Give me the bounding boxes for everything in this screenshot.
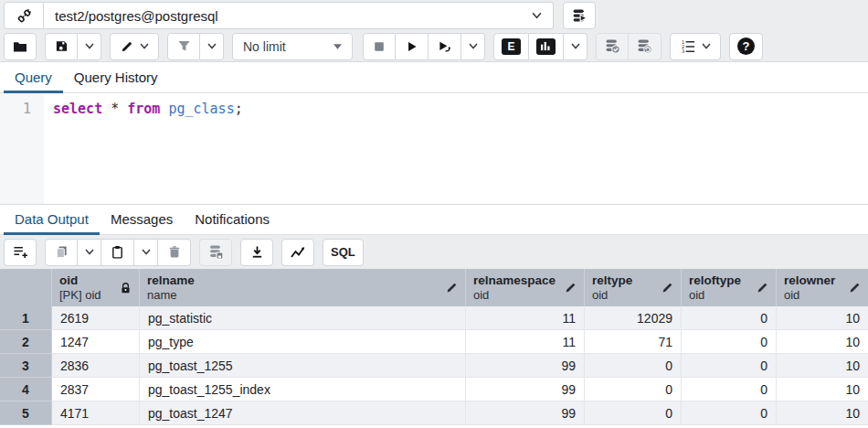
row-number[interactable]: 2 bbox=[0, 330, 52, 354]
copy-menu-button[interactable] bbox=[78, 239, 101, 266]
cell[interactable]: pg_toast_1255_index bbox=[140, 378, 466, 401]
cell[interactable]: 4171 bbox=[52, 401, 140, 425]
select-arrow-icon bbox=[333, 44, 342, 49]
tab-query[interactable]: Query bbox=[4, 63, 63, 92]
execute-to-cursor-button[interactable] bbox=[429, 33, 461, 60]
cell[interactable]: pg_statistic bbox=[140, 306, 466, 330]
table-row: 12619pg_statistic1112029010 bbox=[0, 306, 868, 330]
cell[interactable]: 0 bbox=[682, 354, 777, 378]
execute-menu-button[interactable] bbox=[461, 33, 485, 60]
chevron-down-icon bbox=[469, 43, 478, 49]
column-header-reloftype[interactable]: reloftypeoid bbox=[682, 269, 777, 306]
editor-tabs: Query Query History bbox=[0, 62, 868, 93]
connection-status-button[interactable] bbox=[4, 2, 44, 29]
row-number-header bbox=[0, 269, 52, 306]
tab-data-output[interactable]: Data Output bbox=[4, 205, 100, 234]
column-header-oid[interactable]: oid[PK] oid bbox=[52, 269, 140, 306]
execute-button[interactable] bbox=[396, 33, 429, 60]
row-limit-select[interactable]: No limit bbox=[232, 33, 353, 60]
sql-editor[interactable]: 1 select * from pg_class; bbox=[0, 93, 868, 204]
cell[interactable]: 2619 bbox=[52, 306, 140, 330]
tab-notifications[interactable]: Notifications bbox=[184, 205, 281, 234]
column-header-reltype[interactable]: reltypeoid bbox=[585, 269, 682, 306]
plug-icon bbox=[16, 8, 32, 24]
table-header-row: oid[PK] oidrelnamenamerelnamespaceoidrel… bbox=[0, 269, 868, 306]
row-number[interactable]: 5 bbox=[0, 401, 52, 425]
pencil-icon[interactable] bbox=[662, 282, 673, 294]
results-grid: oid[PK] oidrelnamenamerelnamespaceoidrel… bbox=[0, 269, 868, 425]
numbered-list-icon: 1 2 3 bbox=[681, 39, 695, 53]
cell[interactable]: 99 bbox=[466, 354, 585, 378]
add-row-button[interactable] bbox=[4, 239, 37, 266]
macros-button[interactable]: 1 2 3 bbox=[670, 33, 721, 60]
save-button[interactable] bbox=[45, 33, 78, 60]
add-row-icon bbox=[13, 245, 28, 259]
tab-messages[interactable]: Messages bbox=[100, 205, 184, 234]
cell[interactable]: pg_toast_1255 bbox=[140, 354, 466, 378]
cell[interactable]: 12029 bbox=[585, 306, 682, 330]
stop-button[interactable] bbox=[363, 33, 396, 60]
cell[interactable]: 10 bbox=[777, 354, 868, 378]
filter-menu-button[interactable] bbox=[200, 33, 224, 60]
cell[interactable]: 2837 bbox=[52, 378, 140, 401]
cell[interactable]: 2836 bbox=[52, 354, 140, 378]
cell[interactable]: 10 bbox=[777, 401, 868, 425]
code-line[interactable]: select * from pg_class; bbox=[44, 93, 243, 204]
cell[interactable]: 0 bbox=[585, 354, 682, 378]
save-menu-button[interactable] bbox=[78, 33, 101, 60]
cell[interactable]: 10 bbox=[777, 378, 868, 401]
help-button[interactable]: ? bbox=[729, 33, 763, 60]
cell[interactable]: 10 bbox=[777, 306, 868, 330]
sql-button-label: SQL bbox=[331, 245, 355, 259]
pencil-icon[interactable] bbox=[757, 282, 768, 294]
cell[interactable]: 0 bbox=[585, 401, 682, 425]
pencil-icon[interactable] bbox=[849, 282, 861, 294]
paste-menu-button[interactable] bbox=[134, 239, 158, 266]
edit-menu-button[interactable] bbox=[110, 33, 159, 60]
commit-button[interactable] bbox=[596, 33, 629, 60]
explain-analyze-icon bbox=[536, 38, 556, 55]
pencil-icon[interactable] bbox=[446, 282, 458, 294]
row-number[interactable]: 1 bbox=[0, 306, 52, 330]
stop-icon bbox=[373, 40, 386, 53]
download-button[interactable] bbox=[240, 239, 273, 266]
cell[interactable]: 99 bbox=[466, 378, 585, 401]
graph-visualiser-button[interactable] bbox=[281, 239, 314, 266]
row-number[interactable]: 4 bbox=[0, 378, 52, 401]
explain-analyze-button[interactable] bbox=[529, 33, 564, 60]
explain-button[interactable]: E bbox=[493, 33, 529, 60]
help-icon: ? bbox=[737, 37, 755, 55]
open-file-button[interactable] bbox=[4, 33, 37, 60]
cell[interactable]: pg_toast_1247 bbox=[140, 401, 466, 425]
cell[interactable]: 71 bbox=[585, 330, 682, 354]
cell[interactable]: 11 bbox=[466, 306, 585, 330]
save-data-changes-button[interactable] bbox=[199, 239, 232, 266]
lock-icon bbox=[120, 282, 132, 294]
paste-button[interactable] bbox=[101, 239, 134, 266]
column-header-relnamespace[interactable]: relnamespaceoid bbox=[466, 269, 585, 306]
cell[interactable]: pg_type bbox=[140, 330, 466, 354]
column-header-relname[interactable]: relnamename bbox=[140, 269, 466, 306]
copy-button[interactable] bbox=[45, 239, 78, 266]
cell[interactable]: 0 bbox=[585, 378, 682, 401]
row-number[interactable]: 3 bbox=[0, 354, 52, 378]
cell[interactable]: 10 bbox=[777, 330, 868, 354]
cell[interactable]: 1247 bbox=[52, 330, 140, 354]
cell[interactable]: 0 bbox=[682, 330, 777, 354]
cell[interactable]: 0 bbox=[682, 378, 777, 401]
cell[interactable]: 99 bbox=[466, 401, 585, 425]
cell[interactable]: 0 bbox=[682, 306, 777, 330]
new-connection-button[interactable] bbox=[563, 2, 596, 29]
cell[interactable]: 0 bbox=[682, 401, 777, 425]
rollback-button[interactable] bbox=[629, 33, 662, 60]
cell[interactable]: 11 bbox=[466, 330, 585, 354]
sql-button[interactable]: SQL bbox=[323, 239, 364, 266]
delete-row-button[interactable] bbox=[158, 239, 191, 266]
tab-query-history[interactable]: Query History bbox=[63, 63, 169, 92]
connection-select[interactable]: test2/postgres@postgresql bbox=[44, 2, 554, 29]
query-toolbar: No limit bbox=[0, 31, 868, 62]
filter-button[interactable] bbox=[167, 33, 200, 60]
column-header-relowner[interactable]: relowneroid bbox=[777, 269, 868, 306]
pencil-icon[interactable] bbox=[565, 282, 577, 294]
explain-menu-button[interactable] bbox=[564, 33, 587, 60]
